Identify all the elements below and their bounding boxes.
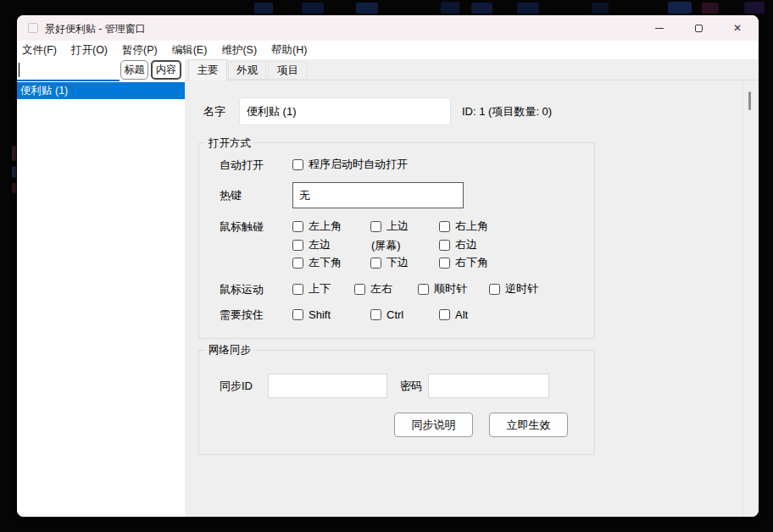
touch-bottom-checkbox[interactable] bbox=[370, 258, 381, 269]
mouse-touch-label: 鼠标触碰 bbox=[220, 219, 264, 235]
app-window: 景好便利贴 - 管理窗口 ✕ 文件(F) 打开(O) 暂停(P) 编辑(E) 维… bbox=[17, 15, 759, 517]
title-bar[interactable]: 景好便利贴 - 管理窗口 ✕ bbox=[17, 15, 759, 41]
filter-title-button[interactable]: 标题 bbox=[120, 60, 148, 80]
password-label: 密码 bbox=[400, 379, 422, 394]
background-artifact bbox=[517, 3, 539, 14]
background-artifact bbox=[471, 3, 492, 14]
background-artifact bbox=[254, 3, 273, 14]
touch-bottom-option[interactable]: 下边 bbox=[370, 254, 409, 271]
touch-left-option[interactable]: 左边 bbox=[292, 236, 331, 253]
motion-clockwise-option[interactable]: 顺时针 bbox=[418, 280, 467, 297]
touch-top-option[interactable]: 上边 bbox=[370, 218, 409, 235]
modifier-ctrl-checkbox[interactable] bbox=[370, 309, 381, 320]
minimize-button[interactable] bbox=[640, 15, 679, 41]
tab-items[interactable]: 项目 bbox=[268, 61, 308, 80]
password-input[interactable] bbox=[428, 374, 549, 398]
touch-top-left-option[interactable]: 左上角 bbox=[292, 218, 342, 235]
modifier-label: 需要按住 bbox=[220, 308, 264, 323]
minimize-icon bbox=[655, 28, 664, 29]
motion-clockwise-checkbox[interactable] bbox=[418, 284, 429, 295]
touch-top-checkbox[interactable] bbox=[370, 221, 381, 232]
touch-right-option[interactable]: 右边 bbox=[439, 236, 477, 253]
modifier-alt-checkbox[interactable] bbox=[439, 309, 450, 320]
touch-right-checkbox[interactable] bbox=[439, 240, 450, 251]
name-input[interactable] bbox=[239, 97, 451, 125]
motion-horizontal-option[interactable]: 左右 bbox=[354, 280, 392, 297]
note-list-pane bbox=[17, 59, 185, 517]
motion-counterclockwise-checkbox[interactable] bbox=[489, 284, 500, 295]
motion-vertical-option[interactable]: 上下 bbox=[292, 280, 331, 297]
background-artifact bbox=[12, 146, 16, 161]
close-icon: ✕ bbox=[733, 23, 742, 33]
app-icon bbox=[28, 23, 38, 33]
menu-bar: 文件(F) 打开(O) 暂停(P) 编辑(E) 维护(S) 帮助(H) bbox=[17, 41, 759, 59]
motion-counterclockwise-option[interactable]: 逆时针 bbox=[489, 280, 538, 297]
sync-id-input[interactable] bbox=[268, 374, 387, 398]
screen-center-label: (屏幕) bbox=[371, 238, 401, 253]
touch-left-checkbox[interactable] bbox=[292, 240, 303, 251]
touch-top-right-checkbox[interactable] bbox=[439, 221, 450, 232]
maximize-icon bbox=[695, 25, 703, 32]
auto-open-label: 自动打开 bbox=[220, 158, 264, 173]
background-artifact bbox=[356, 3, 378, 14]
network-sync-legend: 网络同步 bbox=[205, 343, 254, 357]
list-item-note[interactable]: 便利贴 (1) bbox=[17, 82, 185, 99]
search-input[interactable] bbox=[17, 59, 120, 81]
modifier-alt-option[interactable]: Alt bbox=[439, 306, 468, 323]
hotkey-label: 热键 bbox=[220, 188, 242, 203]
touch-top-right-option[interactable]: 右上角 bbox=[439, 218, 488, 235]
touch-bottom-left-option[interactable]: 左下角 bbox=[292, 254, 342, 271]
menu-open[interactable]: 打开(O) bbox=[70, 43, 109, 58]
sync-id-label: 同步ID bbox=[220, 379, 253, 394]
tab-appearance[interactable]: 外观 bbox=[228, 61, 266, 80]
filter-content-button[interactable]: 内容 bbox=[151, 60, 181, 80]
sync-help-button[interactable]: 同步说明 bbox=[394, 413, 473, 437]
maximize-button[interactable] bbox=[679, 15, 718, 41]
menu-maintain[interactable]: 维护(S) bbox=[220, 43, 259, 58]
modifier-ctrl-option[interactable]: Ctrl bbox=[370, 306, 403, 323]
modifier-shift-option[interactable]: Shift bbox=[292, 306, 331, 323]
auto-open-checkbox[interactable] bbox=[292, 159, 303, 170]
scrollbar-track bbox=[742, 80, 743, 517]
open-method-legend: 打开方式 bbox=[205, 136, 254, 151]
desktop-background: 景好便利贴 - 管理窗口 ✕ 文件(F) 打开(O) 暂停(P) 编辑(E) 维… bbox=[0, 0, 773, 532]
auto-open-option[interactable]: 程序启动时自动打开 bbox=[292, 156, 408, 173]
text-caret bbox=[19, 63, 19, 77]
touch-bottom-right-option[interactable]: 右下角 bbox=[439, 254, 488, 271]
menu-file[interactable]: 文件(F) bbox=[20, 43, 58, 58]
background-artifact bbox=[302, 3, 324, 14]
name-label: 名字 bbox=[203, 104, 225, 119]
network-sync-group bbox=[198, 350, 595, 455]
menu-help[interactable]: 帮助(H) bbox=[270, 43, 309, 58]
background-artifact bbox=[668, 2, 692, 14]
background-artifact bbox=[744, 2, 765, 14]
mouse-motion-label: 鼠标运动 bbox=[220, 282, 264, 297]
hotkey-input[interactable] bbox=[292, 182, 464, 208]
motion-vertical-checkbox[interactable] bbox=[292, 284, 303, 295]
background-artifact bbox=[12, 183, 16, 193]
modifier-shift-checkbox[interactable] bbox=[292, 309, 303, 320]
tab-main[interactable]: 主要 bbox=[188, 59, 227, 80]
close-button[interactable]: ✕ bbox=[718, 15, 757, 41]
apply-now-button[interactable]: 立即生效 bbox=[489, 413, 568, 437]
window-controls: ✕ bbox=[640, 15, 757, 41]
background-artifact bbox=[592, 3, 609, 14]
touch-bottom-right-checkbox[interactable] bbox=[439, 258, 450, 269]
touch-bottom-left-checkbox[interactable] bbox=[292, 258, 303, 269]
background-artifact bbox=[441, 2, 459, 14]
window-title: 景好便利贴 - 管理窗口 bbox=[45, 22, 146, 36]
menu-edit[interactable]: 编辑(E) bbox=[170, 43, 209, 58]
scrollbar-thumb[interactable] bbox=[748, 91, 751, 110]
touch-top-left-checkbox[interactable] bbox=[292, 221, 303, 232]
motion-horizontal-checkbox[interactable] bbox=[354, 284, 365, 295]
id-text: ID: 1 (项目数量: 0) bbox=[462, 104, 552, 119]
menu-pause[interactable]: 暂停(P) bbox=[120, 43, 159, 58]
tab-strip-border bbox=[185, 80, 759, 80]
background-artifact bbox=[702, 3, 719, 14]
background-artifact bbox=[12, 166, 16, 178]
